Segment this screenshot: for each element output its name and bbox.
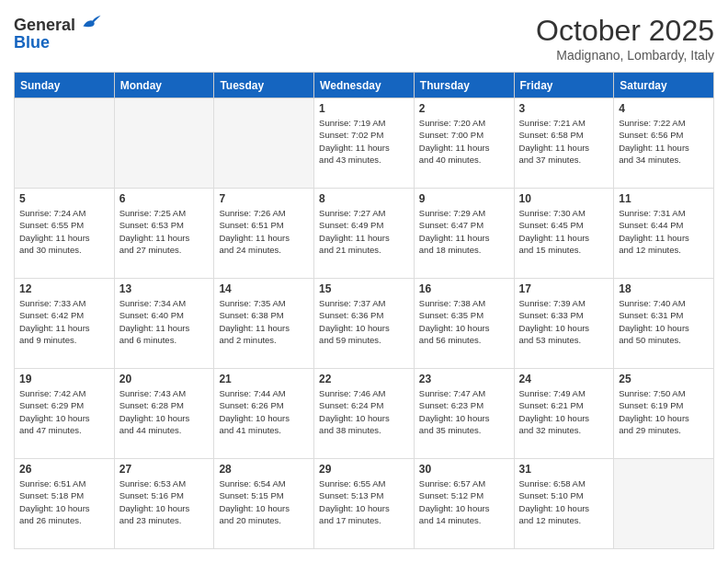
day-number: 8: [319, 192, 409, 205]
calendar-cell: 29Sunrise: 6:55 AM Sunset: 5:13 PM Dayli…: [314, 459, 415, 549]
day-header-wednesday: Wednesday: [314, 73, 415, 98]
calendar-cell: [114, 98, 214, 189]
day-info: Sunrise: 7:50 AM Sunset: 6:19 PM Dayligh…: [619, 387, 709, 436]
calendar-cell: 26Sunrise: 6:51 AM Sunset: 5:18 PM Dayli…: [15, 459, 115, 549]
day-number: 6: [119, 192, 210, 205]
day-info: Sunrise: 7:49 AM Sunset: 6:21 PM Dayligh…: [519, 387, 609, 436]
day-info: Sunrise: 7:31 AM Sunset: 6:44 PM Dayligh…: [619, 207, 709, 256]
day-info: Sunrise: 7:33 AM Sunset: 6:42 PM Dayligh…: [19, 297, 109, 346]
day-info: Sunrise: 7:21 AM Sunset: 6:58 PM Dayligh…: [519, 117, 609, 166]
day-header-saturday: Saturday: [614, 73, 714, 98]
day-info: Sunrise: 7:37 AM Sunset: 6:36 PM Dayligh…: [319, 297, 409, 346]
day-info: Sunrise: 6:51 AM Sunset: 5:18 PM Dayligh…: [19, 477, 109, 526]
calendar-cell: [214, 98, 314, 189]
day-number: 20: [119, 373, 210, 385]
calendar-cell: 22Sunrise: 7:46 AM Sunset: 6:24 PM Dayli…: [314, 369, 415, 459]
day-number: 2: [419, 102, 509, 115]
day-info: Sunrise: 7:39 AM Sunset: 6:33 PM Dayligh…: [519, 297, 609, 346]
day-number: 11: [619, 192, 709, 205]
calendar-cell: 24Sunrise: 7:49 AM Sunset: 6:21 PM Dayli…: [514, 369, 614, 459]
calendar-cell: 20Sunrise: 7:43 AM Sunset: 6:28 PM Dayli…: [114, 369, 214, 459]
week-row-2: 12Sunrise: 7:33 AM Sunset: 6:42 PM Dayli…: [15, 279, 714, 369]
week-row-0: 1Sunrise: 7:19 AM Sunset: 7:02 PM Daylig…: [15, 98, 714, 189]
day-number: 29: [319, 463, 409, 476]
day-info: Sunrise: 7:19 AM Sunset: 7:02 PM Dayligh…: [319, 117, 409, 166]
day-number: 26: [19, 463, 109, 476]
calendar-cell: 23Sunrise: 7:47 AM Sunset: 6:23 PM Dayli…: [414, 369, 514, 459]
calendar-cell: 16Sunrise: 7:38 AM Sunset: 6:35 PM Dayli…: [414, 279, 514, 369]
day-number: 3: [519, 102, 609, 115]
calendar-cell: [15, 98, 115, 189]
logo-blue-text: Blue: [14, 33, 102, 52]
day-number: 4: [619, 102, 709, 115]
page: General Blue October 2025 Madignano, Lom…: [0, 0, 728, 563]
day-number: 16: [419, 282, 509, 295]
calendar-cell: 21Sunrise: 7:44 AM Sunset: 6:26 PM Dayli…: [214, 369, 314, 459]
calendar-cell: 25Sunrise: 7:50 AM Sunset: 6:19 PM Dayli…: [614, 369, 714, 459]
day-number: 9: [419, 192, 509, 205]
day-number: 28: [219, 463, 309, 476]
logo-bird-icon: [82, 14, 102, 30]
day-number: 15: [319, 282, 409, 295]
day-number: 25: [619, 373, 709, 385]
day-info: Sunrise: 6:58 AM Sunset: 5:10 PM Dayligh…: [519, 477, 609, 526]
day-number: 30: [419, 463, 509, 476]
day-number: 7: [219, 192, 309, 205]
calendar-cell: 4Sunrise: 7:22 AM Sunset: 6:56 PM Daylig…: [614, 98, 714, 189]
day-number: 21: [219, 373, 309, 385]
day-header-monday: Monday: [114, 73, 214, 98]
day-number: 1: [319, 102, 409, 115]
week-row-4: 26Sunrise: 6:51 AM Sunset: 5:18 PM Dayli…: [15, 459, 714, 549]
title-block: October 2025 Madignano, Lombardy, Italy: [536, 14, 714, 63]
day-number: 18: [619, 282, 709, 295]
day-number: 19: [19, 373, 109, 385]
calendar-cell: 6Sunrise: 7:25 AM Sunset: 6:53 PM Daylig…: [114, 189, 214, 279]
day-number: 10: [519, 192, 609, 205]
day-number: 24: [519, 373, 609, 385]
day-info: Sunrise: 7:34 AM Sunset: 6:40 PM Dayligh…: [119, 297, 210, 346]
day-info: Sunrise: 7:43 AM Sunset: 6:28 PM Dayligh…: [119, 387, 210, 436]
day-number: 27: [119, 463, 210, 476]
logo: General Blue: [14, 14, 102, 52]
day-info: Sunrise: 6:54 AM Sunset: 5:15 PM Dayligh…: [219, 477, 309, 526]
day-info: Sunrise: 7:38 AM Sunset: 6:35 PM Dayligh…: [419, 297, 509, 346]
calendar-cell: [614, 459, 714, 549]
location: Madignano, Lombardy, Italy: [536, 48, 714, 63]
day-info: Sunrise: 6:57 AM Sunset: 5:12 PM Dayligh…: [419, 477, 509, 526]
day-info: Sunrise: 7:22 AM Sunset: 6:56 PM Dayligh…: [619, 117, 709, 166]
week-row-3: 19Sunrise: 7:42 AM Sunset: 6:29 PM Dayli…: [15, 369, 714, 459]
day-info: Sunrise: 7:20 AM Sunset: 7:00 PM Dayligh…: [419, 117, 509, 166]
day-info: Sunrise: 7:29 AM Sunset: 6:47 PM Dayligh…: [419, 207, 509, 256]
day-info: Sunrise: 7:30 AM Sunset: 6:45 PM Dayligh…: [519, 207, 609, 256]
day-header-sunday: Sunday: [15, 73, 115, 98]
day-info: Sunrise: 6:53 AM Sunset: 5:16 PM Dayligh…: [119, 477, 210, 526]
calendar-cell: 30Sunrise: 6:57 AM Sunset: 5:12 PM Dayli…: [414, 459, 514, 549]
day-number: 23: [419, 373, 509, 385]
header: General Blue October 2025 Madignano, Lom…: [14, 14, 714, 63]
calendar-body: 1Sunrise: 7:19 AM Sunset: 7:02 PM Daylig…: [15, 98, 714, 549]
day-info: Sunrise: 7:27 AM Sunset: 6:49 PM Dayligh…: [319, 207, 409, 256]
day-number: 17: [519, 282, 609, 295]
day-info: Sunrise: 7:42 AM Sunset: 6:29 PM Dayligh…: [19, 387, 109, 436]
day-header-tuesday: Tuesday: [214, 73, 314, 98]
calendar-cell: 14Sunrise: 7:35 AM Sunset: 6:38 PM Dayli…: [214, 279, 314, 369]
calendar-cell: 31Sunrise: 6:58 AM Sunset: 5:10 PM Dayli…: [514, 459, 614, 549]
calendar-cell: 3Sunrise: 7:21 AM Sunset: 6:58 PM Daylig…: [514, 98, 614, 189]
month-title: October 2025: [536, 14, 714, 48]
calendar-cell: 11Sunrise: 7:31 AM Sunset: 6:44 PM Dayli…: [614, 189, 714, 279]
calendar-cell: 17Sunrise: 7:39 AM Sunset: 6:33 PM Dayli…: [514, 279, 614, 369]
calendar-cell: 2Sunrise: 7:20 AM Sunset: 7:00 PM Daylig…: [414, 98, 514, 189]
calendar-cell: 18Sunrise: 7:40 AM Sunset: 6:31 PM Dayli…: [614, 279, 714, 369]
day-info: Sunrise: 7:25 AM Sunset: 6:53 PM Dayligh…: [119, 207, 210, 256]
day-info: Sunrise: 7:44 AM Sunset: 6:26 PM Dayligh…: [219, 387, 309, 436]
day-number: 14: [219, 282, 309, 295]
day-header-thursday: Thursday: [414, 73, 514, 98]
calendar-cell: 12Sunrise: 7:33 AM Sunset: 6:42 PM Dayli…: [15, 279, 115, 369]
week-row-1: 5Sunrise: 7:24 AM Sunset: 6:55 PM Daylig…: [15, 189, 714, 279]
day-info: Sunrise: 7:46 AM Sunset: 6:24 PM Dayligh…: [319, 387, 409, 436]
day-number: 22: [319, 373, 409, 385]
day-number: 31: [519, 463, 609, 476]
calendar-cell: 13Sunrise: 7:34 AM Sunset: 6:40 PM Dayli…: [114, 279, 214, 369]
day-number: 13: [119, 282, 210, 295]
calendar-cell: 8Sunrise: 7:27 AM Sunset: 6:49 PM Daylig…: [314, 189, 415, 279]
